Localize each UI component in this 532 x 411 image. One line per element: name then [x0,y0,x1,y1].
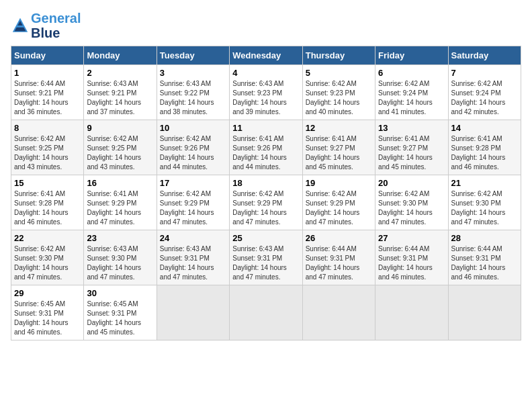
calendar-cell: 23Sunrise: 6:43 AMSunset: 9:30 PMDayligh… [84,230,157,285]
day-number: 30 [87,288,153,298]
weekday-header: Saturday [448,46,521,65]
day-info: Sunrise: 6:43 AMSunset: 9:21 PMDaylight:… [87,79,153,117]
day-info: Sunrise: 6:42 AMSunset: 9:23 PMDaylight:… [306,79,372,117]
day-info: Sunrise: 6:44 AMSunset: 9:31 PMDaylight:… [451,244,518,282]
day-number: 25 [232,233,299,243]
day-number: 27 [378,233,445,243]
calendar-cell: 21Sunrise: 6:42 AMSunset: 9:30 PMDayligh… [448,175,521,230]
day-info: Sunrise: 6:42 AMSunset: 9:30 PMDaylight:… [378,189,445,227]
calendar-cell [157,285,229,340]
weekday-header: Thursday [302,46,375,65]
day-info: Sunrise: 6:41 AMSunset: 9:29 PMDaylight:… [87,189,153,227]
day-info: Sunrise: 6:42 AMSunset: 9:30 PMDaylight:… [451,189,518,227]
day-number: 18 [232,178,299,188]
day-number: 1 [14,68,81,78]
calendar-cell: 6Sunrise: 6:42 AMSunset: 9:24 PMDaylight… [375,65,448,120]
day-number: 12 [306,123,372,133]
calendar-cell: 26Sunrise: 6:44 AMSunset: 9:31 PMDayligh… [302,230,375,285]
weekday-header: Wednesday [230,46,302,65]
calendar-cell: 4Sunrise: 6:43 AMSunset: 9:23 PMDaylight… [230,65,302,120]
calendar-cell: 3Sunrise: 6:43 AMSunset: 9:22 PMDaylight… [157,65,229,120]
calendar-cell: 25Sunrise: 6:43 AMSunset: 9:31 PMDayligh… [230,230,302,285]
day-info: Sunrise: 6:43 AMSunset: 9:31 PMDaylight:… [232,244,299,282]
day-info: Sunrise: 6:43 AMSunset: 9:23 PMDaylight:… [232,79,299,117]
day-number: 20 [378,178,445,188]
day-info: Sunrise: 6:42 AMSunset: 9:26 PMDaylight:… [160,134,226,172]
calendar-cell [302,285,375,340]
day-info: Sunrise: 6:44 AMSunset: 9:31 PMDaylight:… [306,244,372,282]
day-info: Sunrise: 6:41 AMSunset: 9:26 PMDaylight:… [232,134,299,172]
calendar-cell: 12Sunrise: 6:41 AMSunset: 9:27 PMDayligh… [302,120,375,175]
day-number: 15 [14,178,81,188]
day-info: Sunrise: 6:43 AMSunset: 9:31 PMDaylight:… [160,244,226,282]
day-number: 10 [160,123,226,133]
calendar-cell: 9Sunrise: 6:42 AMSunset: 9:25 PMDaylight… [84,120,157,175]
calendar-cell: 16Sunrise: 6:41 AMSunset: 9:29 PMDayligh… [84,175,157,230]
day-number: 16 [87,178,153,188]
calendar-cell: 8Sunrise: 6:42 AMSunset: 9:25 PMDaylight… [11,120,84,175]
day-info: Sunrise: 6:41 AMSunset: 9:27 PMDaylight:… [378,134,445,172]
day-info: Sunrise: 6:44 AMSunset: 9:21 PMDaylight:… [14,79,81,117]
calendar-cell: 27Sunrise: 6:44 AMSunset: 9:31 PMDayligh… [375,230,448,285]
day-info: Sunrise: 6:41 AMSunset: 9:28 PMDaylight:… [14,189,81,227]
calendar-cell: 10Sunrise: 6:42 AMSunset: 9:26 PMDayligh… [157,120,229,175]
day-info: Sunrise: 6:42 AMSunset: 9:29 PMDaylight:… [232,189,299,227]
calendar-cell: 7Sunrise: 6:42 AMSunset: 9:24 PMDaylight… [448,65,521,120]
day-info: Sunrise: 6:43 AMSunset: 9:22 PMDaylight:… [160,79,226,117]
day-number: 26 [306,233,372,243]
day-number: 11 [232,123,299,133]
weekday-header: Sunday [11,46,84,65]
day-number: 6 [378,68,445,78]
calendar-cell: 13Sunrise: 6:41 AMSunset: 9:27 PMDayligh… [375,120,448,175]
day-number: 4 [232,68,299,78]
calendar-cell [375,285,448,340]
calendar-cell: 22Sunrise: 6:42 AMSunset: 9:30 PMDayligh… [11,230,84,285]
day-info: Sunrise: 6:43 AMSunset: 9:30 PMDaylight:… [87,244,153,282]
day-number: 29 [14,288,81,298]
logo-icon [11,16,30,35]
calendar-cell: 19Sunrise: 6:42 AMSunset: 9:29 PMDayligh… [302,175,375,230]
calendar-cell [448,285,521,340]
calendar-cell: 24Sunrise: 6:43 AMSunset: 9:31 PMDayligh… [157,230,229,285]
weekday-header: Tuesday [157,46,229,65]
day-number: 3 [160,68,226,78]
day-number: 2 [87,68,153,78]
day-number: 28 [451,233,518,243]
day-number: 14 [451,123,518,133]
weekday-header: Friday [375,46,448,65]
day-number: 17 [160,178,226,188]
calendar-cell: 15Sunrise: 6:41 AMSunset: 9:28 PMDayligh… [11,175,84,230]
calendar-cell: 5Sunrise: 6:42 AMSunset: 9:23 PMDaylight… [302,65,375,120]
day-info: Sunrise: 6:42 AMSunset: 9:25 PMDaylight:… [87,134,153,172]
day-number: 5 [306,68,372,78]
calendar-cell: 1Sunrise: 6:44 AMSunset: 9:21 PMDaylight… [11,65,84,120]
day-info: Sunrise: 6:42 AMSunset: 9:24 PMDaylight:… [451,79,518,117]
calendar-cell: 2Sunrise: 6:43 AMSunset: 9:21 PMDaylight… [84,65,157,120]
calendar-cell: 28Sunrise: 6:44 AMSunset: 9:31 PMDayligh… [448,230,521,285]
page-header: GeneralBlue [11,11,521,40]
day-number: 21 [451,178,518,188]
day-number: 9 [87,123,153,133]
weekday-header-row: SundayMondayTuesdayWednesdayThursdayFrid… [11,46,521,65]
logo: GeneralBlue [11,11,81,40]
calendar-cell: 30Sunrise: 6:45 AMSunset: 9:31 PMDayligh… [84,285,157,340]
calendar-cell: 18Sunrise: 6:42 AMSunset: 9:29 PMDayligh… [230,175,302,230]
calendar-table: SundayMondayTuesdayWednesdayThursdayFrid… [11,46,521,340]
day-info: Sunrise: 6:44 AMSunset: 9:31 PMDaylight:… [378,244,445,282]
calendar-cell: 17Sunrise: 6:42 AMSunset: 9:29 PMDayligh… [157,175,229,230]
day-info: Sunrise: 6:42 AMSunset: 9:29 PMDaylight:… [160,189,226,227]
day-number: 13 [378,123,445,133]
day-number: 24 [160,233,226,243]
day-number: 19 [306,178,372,188]
day-number: 23 [87,233,153,243]
calendar-cell: 11Sunrise: 6:41 AMSunset: 9:26 PMDayligh… [230,120,302,175]
day-number: 7 [451,68,518,78]
day-info: Sunrise: 6:45 AMSunset: 9:31 PMDaylight:… [87,300,153,337]
day-number: 22 [14,233,81,243]
calendar-cell: 20Sunrise: 6:42 AMSunset: 9:30 PMDayligh… [375,175,448,230]
calendar-cell: 29Sunrise: 6:45 AMSunset: 9:31 PMDayligh… [11,285,84,340]
day-info: Sunrise: 6:42 AMSunset: 9:30 PMDaylight:… [14,244,81,282]
day-info: Sunrise: 6:42 AMSunset: 9:24 PMDaylight:… [378,79,445,117]
logo-text: GeneralBlue [31,11,81,40]
day-info: Sunrise: 6:41 AMSunset: 9:28 PMDaylight:… [451,134,518,172]
